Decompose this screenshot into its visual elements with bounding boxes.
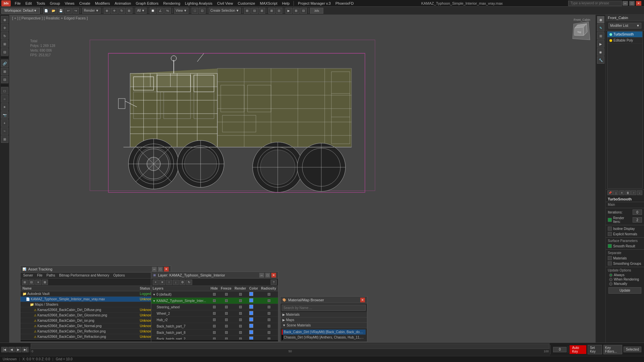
layers-close-btn[interactable]: ✕ [271, 273, 276, 278]
nav-cube-container[interactable]: Front_Cabin Top [572, 18, 592, 38]
menu-tools[interactable]: Tools [35, 1, 47, 6]
layers-del-btn[interactable]: ✕ [159, 280, 165, 285]
asset-tool-3[interactable]: ≡ [35, 280, 41, 285]
menu-file[interactable]: File [13, 1, 23, 6]
utilities-panel-btn[interactable]: 🔧 [597, 56, 604, 64]
percent-snap-btn[interactable]: % [164, 8, 171, 14]
active-btn[interactable]: | [613, 190, 619, 195]
render-iters-checkbox[interactable] [608, 218, 612, 222]
minimize-btn[interactable]: ─ [623, 1, 628, 6]
layer-hide-0[interactable] [209, 291, 220, 298]
layers-scrollbar[interactable] [151, 340, 278, 342]
hierarchy-panel-btn[interactable]: ⊞ [597, 32, 604, 40]
asset-tool-2[interactable]: ⊟ [29, 280, 35, 285]
rotate-tool-btn[interactable]: ↻ [1, 32, 8, 40]
auto-key-btn[interactable]: Auto Key [570, 345, 586, 354]
render-frame-btn[interactable]: ⊟ [300, 8, 307, 14]
motion-panel-btn[interactable]: ▶ [597, 40, 604, 48]
layer-hide-7[interactable] [209, 336, 220, 340]
scale-btn[interactable]: ⊞ [126, 8, 132, 14]
unlink-btn[interactable]: ⊞ [1, 68, 8, 75]
layer-row-7[interactable]: Back_hatch_part_2 [151, 336, 278, 340]
layer-color-6[interactable] [248, 329, 260, 336]
modifier-list-dropdown[interactable]: Modifier List ▼ [608, 23, 641, 28]
layer-render-0[interactable] [233, 291, 248, 298]
materials-checkbox[interactable] [608, 256, 612, 260]
layer-render-5[interactable] [233, 323, 248, 329]
layer-radiosity-6[interactable] [260, 329, 278, 336]
restore-btn[interactable]: □ [629, 1, 635, 6]
redo-btn[interactable]: ↪ [72, 8, 79, 14]
scale-tool-btn[interactable]: ⊞ [1, 40, 8, 48]
render-iters-input[interactable] [633, 217, 642, 223]
nav-cube[interactable]: Top [573, 21, 590, 40]
asset-row-0[interactable]: 📁 Autodesk VaultLogged Out [20, 291, 171, 297]
layer-hide-1[interactable] [209, 298, 220, 304]
render-scene-btn[interactable]: ▶ [285, 8, 292, 14]
asset-menu-server[interactable]: Server [22, 273, 34, 278]
show-all-btn[interactable]: ≡ [619, 190, 625, 195]
layer-color-3[interactable] [248, 310, 260, 317]
mb-section-materials[interactable]: ▶ Materials [280, 312, 367, 317]
layer-color-4[interactable] [248, 317, 260, 323]
asset-menu-file[interactable]: File [36, 273, 44, 278]
layers-help-btn[interactable]: ? [271, 280, 277, 285]
vraymp-btn[interactable]: 3ds [310, 8, 323, 14]
layer-row-5[interactable]: Back_hatch_part_7 [151, 323, 278, 329]
spacewarps-btn[interactable]: ~ [1, 127, 8, 135]
layers-refresh-btn[interactable]: ↻ [186, 280, 192, 285]
layer-hide-6[interactable] [209, 329, 220, 336]
menu-project-manager[interactable]: Project Manager v.3 [296, 1, 333, 6]
menu-group[interactable]: Group [48, 1, 62, 6]
select-filter[interactable]: All ▼ [136, 8, 147, 14]
layer-render-4[interactable] [233, 317, 248, 323]
iterations-input[interactable] [633, 209, 642, 215]
asset-menu-paths[interactable]: Paths [45, 273, 57, 278]
tl-prev-key-btn[interactable]: |◀ [1, 347, 8, 352]
layer-radiosity-7[interactable] [260, 336, 278, 340]
layers-move-up-btn[interactable]: ↑ [166, 280, 172, 285]
asset-row-2[interactable]: 📁 Maps / Shaders [20, 302, 171, 307]
mb-item-chassis[interactable]: Chassis_Dirt (VRayMtl) [Anthers, Chassis… [282, 335, 366, 340]
undo-btn[interactable]: ↩ [65, 8, 72, 14]
new-btn[interactable]: 📄 [43, 8, 50, 14]
layer-render-6[interactable] [233, 329, 248, 336]
layer-radiosity-2[interactable] [260, 304, 278, 310]
close-btn[interactable]: ✕ [636, 1, 641, 6]
menu-graph-editors[interactable]: Graph Editors [134, 1, 161, 6]
asset-menu-options[interactable]: Options [112, 273, 126, 278]
layer-render-1[interactable] [233, 298, 248, 304]
layer-freeze-3[interactable] [219, 310, 233, 317]
place-tool-btn[interactable]: ⊟ [1, 48, 8, 56]
layer-hide-5[interactable] [209, 323, 220, 329]
helpers-btn[interactable]: + [1, 119, 8, 127]
asset-scrollbar[interactable] [20, 340, 171, 342]
layers-settings-btn[interactable]: ⚙ [179, 280, 185, 285]
asset-row-6[interactable]: ⚠ Kamaz63968_BackCabin_Dirt_Normal.pngUn… [20, 323, 171, 329]
layer-freeze-7[interactable] [219, 336, 233, 340]
cameras-btn[interactable]: 📷 [1, 111, 8, 119]
save-btn[interactable]: 💾 [58, 8, 64, 14]
create-geom-btn[interactable]: □ [1, 87, 8, 95]
delete-mod-btn[interactable]: 🗑 [625, 190, 631, 195]
asset-minimize-btn[interactable]: ─ [152, 267, 157, 272]
layer-color-1[interactable] [248, 298, 260, 304]
menu-phoenixfd[interactable]: PhoenixFD [333, 1, 356, 6]
tl-next-frame-btn[interactable]: ▶| [22, 347, 29, 352]
asset-row-7[interactable]: ⚠ Kamaz63968_BackCabin_Dirt_Reflection.p… [20, 329, 171, 334]
menu-create[interactable]: Create [77, 1, 92, 6]
view-dropdown[interactable]: View ▼ [174, 8, 189, 14]
menu-help[interactable]: Help [280, 1, 292, 6]
snap-btn[interactable]: 🔲 [150, 8, 156, 14]
workspace-dropdown[interactable]: Workspace: Default ▼ [1, 8, 40, 14]
create-panel-btn[interactable]: ⊕ [597, 16, 604, 23]
angle-snap-btn[interactable]: ∠ [157, 8, 164, 14]
layer-hide-2[interactable] [209, 304, 220, 310]
layer-freeze-6[interactable] [219, 329, 233, 336]
display-panel-btn[interactable]: ◉ [597, 48, 604, 56]
layers-move-down-btn[interactable]: ↓ [173, 280, 179, 285]
isoline-checkbox[interactable] [608, 227, 612, 231]
select-region-btn[interactable]: □ [192, 8, 198, 14]
layer-freeze-5[interactable] [219, 323, 233, 329]
layers-minimize-btn[interactable]: ─ [259, 273, 264, 278]
